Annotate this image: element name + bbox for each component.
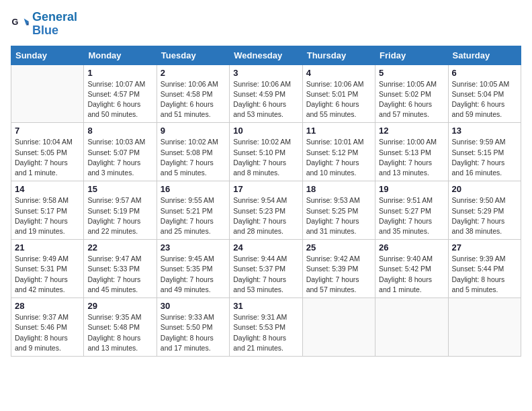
calendar-cell: 19Sunrise: 9:51 AM Sunset: 5:27 PM Dayli…: [375, 181, 448, 240]
calendar-cell: [11, 64, 84, 123]
day-info: Sunrise: 9:31 AM Sunset: 5:53 PM Dayligh…: [233, 312, 298, 353]
logo-text-line1: General: [32, 11, 77, 24]
calendar-cell: 10Sunrise: 10:02 AM Sunset: 5:10 PM Dayl…: [230, 123, 302, 181]
day-number: 2: [161, 68, 226, 78]
day-number: 6: [452, 68, 517, 78]
day-number: 14: [15, 184, 80, 194]
day-info: Sunrise: 9:57 AM Sunset: 5:19 PM Dayligh…: [87, 195, 152, 236]
day-info: Sunrise: 9:42 AM Sunset: 5:39 PM Dayligh…: [306, 254, 371, 295]
day-info: Sunrise: 9:55 AM Sunset: 5:21 PM Dayligh…: [161, 195, 226, 236]
day-info: Sunrise: 10:06 AM Sunset: 4:59 PM Daylig…: [233, 79, 298, 120]
day-info: Sunrise: 9:54 AM Sunset: 5:23 PM Dayligh…: [233, 195, 298, 236]
calendar-cell: 21Sunrise: 9:49 AM Sunset: 5:31 PM Dayli…: [11, 240, 84, 298]
day-number: 1: [87, 68, 152, 78]
day-number: 25: [306, 242, 371, 253]
day-number: 9: [161, 126, 226, 136]
day-number: 8: [87, 126, 152, 136]
svg-text:G: G: [11, 17, 18, 27]
calendar-week-row: 28Sunrise: 9:37 AM Sunset: 5:46 PM Dayli…: [11, 298, 521, 357]
day-number: 24: [233, 242, 298, 253]
day-header-sunday: Sunday: [11, 46, 84, 64]
calendar-cell: 3Sunrise: 10:06 AM Sunset: 4:59 PM Dayli…: [230, 64, 302, 123]
calendar-cell: 4Sunrise: 10:06 AM Sunset: 5:01 PM Dayli…: [302, 64, 375, 123]
day-number: 17: [233, 184, 298, 194]
day-number: 19: [379, 184, 444, 194]
calendar-cell: 12Sunrise: 10:00 AM Sunset: 5:13 PM Dayl…: [375, 123, 448, 181]
day-info: Sunrise: 9:59 AM Sunset: 5:15 PM Dayligh…: [452, 137, 517, 178]
calendar-cell: 14Sunrise: 9:58 AM Sunset: 5:17 PM Dayli…: [11, 181, 84, 240]
day-number: 5: [379, 68, 444, 78]
calendar-week-row: 7Sunrise: 10:04 AM Sunset: 5:05 PM Dayli…: [11, 123, 521, 181]
calendar-cell: 7Sunrise: 10:04 AM Sunset: 5:05 PM Dayli…: [11, 123, 84, 181]
calendar-cell: 20Sunrise: 9:50 AM Sunset: 5:29 PM Dayli…: [448, 181, 521, 240]
calendar-week-row: 14Sunrise: 9:58 AM Sunset: 5:17 PM Dayli…: [11, 181, 521, 240]
day-info: Sunrise: 10:07 AM Sunset: 4:57 PM Daylig…: [87, 79, 152, 120]
day-info: Sunrise: 9:51 AM Sunset: 5:27 PM Dayligh…: [379, 195, 444, 236]
calendar-cell: 16Sunrise: 9:55 AM Sunset: 5:21 PM Dayli…: [157, 181, 229, 240]
day-header-thursday: Thursday: [302, 46, 375, 64]
logo: G General Blue: [11, 11, 77, 38]
day-info: Sunrise: 10:05 AM Sunset: 5:04 PM Daylig…: [452, 79, 517, 120]
calendar-cell: 15Sunrise: 9:57 AM Sunset: 5:19 PM Dayli…: [84, 181, 157, 240]
day-header-saturday: Saturday: [448, 46, 521, 64]
day-number: 27: [452, 242, 517, 253]
calendar-cell: 29Sunrise: 9:35 AM Sunset: 5:48 PM Dayli…: [84, 298, 157, 357]
calendar-cell: 6Sunrise: 10:05 AM Sunset: 5:04 PM Dayli…: [448, 64, 521, 123]
calendar-cell: 26Sunrise: 9:40 AM Sunset: 5:42 PM Dayli…: [375, 240, 448, 298]
day-number: 15: [87, 184, 152, 194]
day-info: Sunrise: 9:53 AM Sunset: 5:25 PM Dayligh…: [306, 195, 371, 236]
calendar-table: SundayMondayTuesdayWednesdayThursdayFrid…: [11, 46, 521, 357]
calendar-cell: 27Sunrise: 9:39 AM Sunset: 5:44 PM Dayli…: [448, 240, 521, 298]
calendar-week-row: 1Sunrise: 10:07 AM Sunset: 4:57 PM Dayli…: [11, 64, 521, 123]
calendar-cell: 31Sunrise: 9:31 AM Sunset: 5:53 PM Dayli…: [230, 298, 302, 357]
day-info: Sunrise: 10:01 AM Sunset: 5:12 PM Daylig…: [306, 137, 371, 178]
day-number: 3: [233, 68, 298, 78]
calendar-cell: 8Sunrise: 10:03 AM Sunset: 5:07 PM Dayli…: [84, 123, 157, 181]
calendar-cell: 11Sunrise: 10:01 AM Sunset: 5:12 PM Dayl…: [302, 123, 375, 181]
day-number: 23: [161, 242, 226, 253]
calendar-cell: 1Sunrise: 10:07 AM Sunset: 4:57 PM Dayli…: [84, 64, 157, 123]
calendar-cell: [448, 298, 521, 357]
day-info: Sunrise: 9:58 AM Sunset: 5:17 PM Dayligh…: [15, 195, 80, 236]
day-info: Sunrise: 9:49 AM Sunset: 5:31 PM Dayligh…: [15, 254, 80, 295]
calendar-cell: 28Sunrise: 9:37 AM Sunset: 5:46 PM Dayli…: [11, 298, 84, 357]
day-number: 31: [233, 301, 298, 311]
day-info: Sunrise: 9:47 AM Sunset: 5:33 PM Dayligh…: [87, 254, 152, 295]
day-number: 11: [306, 126, 371, 136]
day-info: Sunrise: 9:33 AM Sunset: 5:50 PM Dayligh…: [161, 312, 226, 353]
day-number: 30: [161, 301, 226, 311]
day-info: Sunrise: 9:50 AM Sunset: 5:29 PM Dayligh…: [452, 195, 517, 236]
day-number: 29: [87, 301, 152, 311]
logo-text-line2: Blue: [32, 24, 77, 38]
calendar-cell: 13Sunrise: 9:59 AM Sunset: 5:15 PM Dayli…: [448, 123, 521, 181]
day-info: Sunrise: 10:06 AM Sunset: 5:01 PM Daylig…: [306, 79, 371, 120]
day-number: 4: [306, 68, 371, 78]
day-number: 12: [379, 126, 444, 136]
day-info: Sunrise: 10:03 AM Sunset: 5:07 PM Daylig…: [87, 137, 152, 178]
calendar-cell: [302, 298, 375, 357]
calendar-cell: 2Sunrise: 10:06 AM Sunset: 4:58 PM Dayli…: [157, 64, 229, 123]
day-number: 21: [15, 242, 80, 253]
calendar-cell: 9Sunrise: 10:02 AM Sunset: 5:08 PM Dayli…: [157, 123, 229, 181]
calendar-cell: [375, 298, 448, 357]
calendar-cell: 30Sunrise: 9:33 AM Sunset: 5:50 PM Dayli…: [157, 298, 229, 357]
day-number: 20: [452, 184, 517, 194]
day-info: Sunrise: 10:02 AM Sunset: 5:10 PM Daylig…: [233, 137, 298, 178]
day-info: Sunrise: 9:45 AM Sunset: 5:35 PM Dayligh…: [161, 254, 226, 295]
day-info: Sunrise: 10:05 AM Sunset: 5:02 PM Daylig…: [379, 79, 444, 120]
calendar-cell: 22Sunrise: 9:47 AM Sunset: 5:33 PM Dayli…: [84, 240, 157, 298]
day-number: 22: [87, 242, 152, 253]
calendar-header-row: SundayMondayTuesdayWednesdayThursdayFrid…: [11, 46, 521, 64]
page-header: G General Blue: [11, 11, 521, 38]
day-info: Sunrise: 9:40 AM Sunset: 5:42 PM Dayligh…: [379, 254, 444, 295]
day-info: Sunrise: 10:00 AM Sunset: 5:13 PM Daylig…: [379, 137, 444, 178]
calendar-cell: 5Sunrise: 10:05 AM Sunset: 5:02 PM Dayli…: [375, 64, 448, 123]
day-info: Sunrise: 9:44 AM Sunset: 5:37 PM Dayligh…: [233, 254, 298, 295]
day-info: Sunrise: 10:02 AM Sunset: 5:08 PM Daylig…: [161, 137, 226, 178]
day-number: 10: [233, 126, 298, 136]
calendar-week-row: 21Sunrise: 9:49 AM Sunset: 5:31 PM Dayli…: [11, 240, 521, 298]
day-info: Sunrise: 9:37 AM Sunset: 5:46 PM Dayligh…: [15, 312, 80, 353]
day-header-tuesday: Tuesday: [157, 46, 229, 64]
day-number: 26: [379, 242, 444, 253]
calendar-cell: 25Sunrise: 9:42 AM Sunset: 5:39 PM Dayli…: [302, 240, 375, 298]
